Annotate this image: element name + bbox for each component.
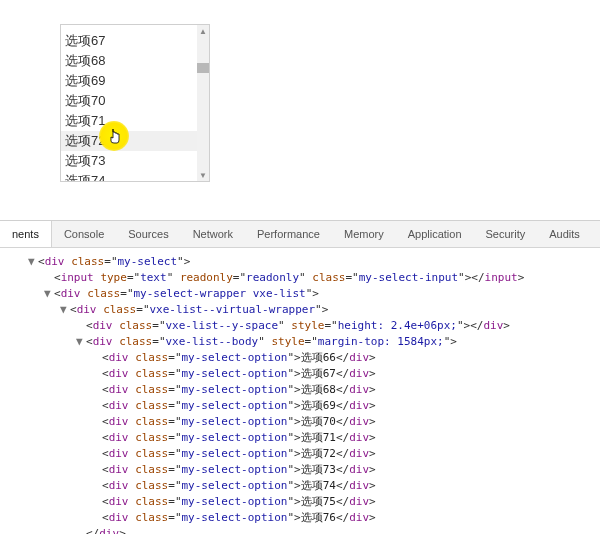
dom-node[interactable]: <div class="my-select-option">选项67</div>	[8, 366, 600, 382]
app-viewport: 选项67选项68选项69选项70选项71选项72选项73选项74选项75 ▲ ▼	[0, 0, 600, 220]
dom-node[interactable]: <div class="my-select-option">选项71</div>	[8, 430, 600, 446]
devtools-tab[interactable]: Network	[181, 221, 245, 247]
dom-node[interactable]: ▼<div class="vxe-list--body" style="marg…	[8, 334, 600, 350]
dom-node[interactable]: ▼<div class="my-select-wrapper vxe-list"…	[8, 286, 600, 302]
devtools-tabs: nentsConsoleSourcesNetworkPerformanceMem…	[0, 221, 600, 248]
select-option[interactable]: 选项73	[61, 151, 209, 171]
dom-node[interactable]: <div class="my-select-option">选项74</div>	[8, 478, 600, 494]
select-dropdown[interactable]: 选项67选项68选项69选项70选项71选项72选项73选项74选项75 ▲ ▼	[60, 24, 210, 182]
dom-node[interactable]: <div class="my-select-option">选项73</div>	[8, 462, 600, 478]
select-option[interactable]: 选项74	[61, 171, 209, 182]
devtools-tab[interactable]: Audits	[537, 221, 592, 247]
devtools-panel: nentsConsoleSourcesNetworkPerformanceMem…	[0, 220, 600, 534]
devtools-tab[interactable]: Application	[396, 221, 474, 247]
select-option[interactable]: 选项69	[61, 71, 209, 91]
scrollbar[interactable]: ▲ ▼	[197, 25, 209, 181]
devtools-tab[interactable]: Memory	[332, 221, 396, 247]
option-list: 选项67选项68选项69选项70选项71选项72选项73选项74选项75	[61, 31, 209, 182]
dom-node[interactable]: <div class="my-select-option">选项68</div>	[8, 382, 600, 398]
dom-node[interactable]: <div class="my-select-option">选项76</div>	[8, 510, 600, 526]
dom-node[interactable]: <div class="vxe-list--y-space" style="he…	[8, 318, 600, 334]
dom-node[interactable]: <div class="my-select-option">选项69</div>	[8, 398, 600, 414]
dom-node[interactable]: ▼<div class="my-select">	[8, 254, 600, 270]
dom-node[interactable]: ▼<div class="vxe-list--virtual-wrapper">	[8, 302, 600, 318]
select-option[interactable]: 选项71	[61, 111, 209, 131]
dom-node[interactable]: <div class="my-select-option">选项66</div>	[8, 350, 600, 366]
devtools-tab[interactable]: nents	[0, 221, 52, 247]
dom-node[interactable]: <div class="my-select-option">选项72</div>	[8, 446, 600, 462]
devtools-tab[interactable]: Console	[52, 221, 116, 247]
select-option[interactable]: 选项70	[61, 91, 209, 111]
scroll-up-button[interactable]: ▲	[197, 25, 209, 37]
scroll-down-button[interactable]: ▼	[197, 169, 209, 181]
select-option[interactable]: 选项72	[61, 131, 209, 151]
dom-node[interactable]: <div class="my-select-option">选项70</div>	[8, 414, 600, 430]
dom-node[interactable]: <div class="my-select-option">选项75</div>	[8, 494, 600, 510]
select-option[interactable]: 选项68	[61, 51, 209, 71]
devtools-tab[interactable]: Security	[474, 221, 538, 247]
dom-node[interactable]: </div>	[8, 526, 600, 534]
devtools-tab[interactable]: Sources	[116, 221, 180, 247]
elements-panel[interactable]: ▼<div class="my-select"><input type="tex…	[0, 248, 600, 534]
scroll-thumb[interactable]	[197, 63, 209, 73]
devtools-tab[interactable]: Performance	[245, 221, 332, 247]
select-option[interactable]: 选项67	[61, 31, 209, 51]
dom-node[interactable]: <input type="text" readonly="readonly" c…	[8, 270, 600, 286]
